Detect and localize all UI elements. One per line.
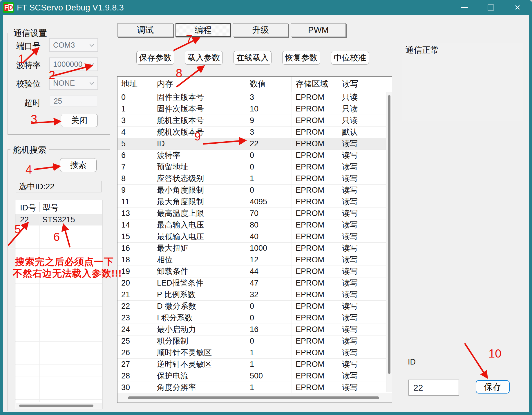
table-row[interactable]: 13最高温度上限70EPROM读写: [117, 208, 387, 219]
cell-area: EPROM: [292, 370, 338, 382]
comm-settings-title: 通信设置: [11, 28, 49, 39]
table-row[interactable]: 4舵机次版本号3EPROM默认: [117, 127, 387, 138]
annotation-number-10: 10: [488, 348, 502, 359]
baudrate-combobox[interactable]: 1000000: [49, 57, 98, 71]
cell-value: 12: [246, 254, 292, 266]
table-row[interactable]: 22D 微分系数0EPROM读写: [117, 301, 387, 312]
table-row[interactable]: 20LED报警条件47EPROM读写: [117, 277, 387, 289]
table-row[interactable]: 26顺时针不灵敏区1EPROM读写: [117, 347, 387, 359]
cell-rw: 读写: [338, 370, 387, 382]
cell-area: EPROM: [292, 196, 338, 208]
maximize-button[interactable]: [482, 0, 500, 15]
close-button[interactable]: ✕: [509, 0, 526, 15]
servo-id-cell: 22: [20, 215, 29, 224]
save-params-button[interactable]: 保存参数: [136, 51, 174, 65]
servo-list-header-id: ID号: [20, 202, 36, 213]
cell-name: 应答状态级别: [153, 173, 246, 184]
cell-rw: 读写: [338, 277, 387, 289]
port-combobox[interactable]: COM3: [49, 38, 98, 52]
parity-combobox[interactable]: NONE: [49, 76, 98, 90]
register-table-vscrollbar[interactable]: [386, 92, 392, 392]
table-row[interactable]: 28保护电流500EPROM读写: [117, 370, 387, 382]
cell-name: 最高输入电压: [153, 219, 246, 231]
cell-area: EPROM: [292, 359, 338, 370]
minimize-icon: [461, 7, 468, 8]
table-row[interactable]: 3舵机主版本号9EPROM只读: [117, 115, 387, 127]
register-table: 地址 内存 数值 存储区域 读写 0固件主版本号3EPROM只读1固件次版本号1…: [117, 76, 392, 403]
cell-addr: 11: [117, 196, 153, 208]
cell-addr: 15: [117, 231, 153, 242]
scrollbar-thumb[interactable]: [128, 396, 379, 399]
scrollbar-thumb[interactable]: [19, 405, 93, 407]
cell-addr: 27: [117, 359, 153, 370]
close-port-button[interactable]: 关闭: [61, 114, 98, 127]
table-row[interactable]: 27逆时针不灵敏区1EPROM读写: [117, 359, 387, 370]
cell-name: 逆时针不灵敏区: [153, 359, 246, 370]
cell-rw: 读写: [338, 196, 387, 208]
table-row[interactable]: 23I 积分系数0EPROM读写: [117, 312, 387, 324]
table-row[interactable]: 14最高输入电压80EPROM读写: [117, 219, 387, 231]
status-panel: 通信正常: [402, 43, 523, 121]
servo-list-hscrollbar[interactable]: [16, 403, 102, 409]
table-row[interactable]: 21P 比例系数32EPROM读写: [117, 289, 387, 301]
cell-name: 最低输入电压: [153, 231, 246, 242]
servo-list-row[interactable]: 22 STS3215: [15, 214, 102, 225]
table-row[interactable]: 19卸载条件44EPROM读写: [117, 266, 387, 277]
servo-list-empty-grid: [15, 225, 102, 402]
servo-search-title: 舵机搜索: [10, 144, 49, 156]
table-row[interactable]: 0固件主版本号3EPROM只读: [117, 92, 387, 103]
table-row[interactable]: 8应答状态级别1EPROM读写: [117, 173, 387, 185]
cell-area: EPROM: [292, 208, 338, 219]
cell-value: 70: [246, 208, 292, 219]
timeout-input[interactable]: 25: [50, 95, 97, 107]
cell-rw: 读写: [338, 347, 387, 358]
register-table-body: 0固件主版本号3EPROM只读1固件次版本号10EPROM只读3舵机主版本号9E…: [117, 92, 387, 394]
cell-addr: 19: [117, 266, 153, 277]
minimize-button[interactable]: [456, 0, 473, 15]
parity-value: NONE: [53, 79, 75, 87]
tab-debug[interactable]: 调试: [117, 23, 173, 37]
table-row[interactable]: 1固件次版本号10EPROM只读: [117, 103, 387, 115]
tab-program[interactable]: 编程: [175, 23, 231, 37]
table-row[interactable]: 15最低输入电压40EPROM读写: [117, 231, 387, 243]
cell-name: 顺时针不灵敏区: [153, 347, 246, 358]
cell-name: 舵机主版本号: [153, 115, 246, 126]
table-row[interactable]: 16最大扭矩1000EPROM读写: [117, 243, 387, 254]
table-row[interactable]: 25积分限制0EPROM读写: [117, 335, 387, 347]
restore-params-button[interactable]: 恢复参数: [282, 51, 320, 65]
table-row[interactable]: 9最小角度限制0EPROM读写: [117, 185, 387, 196]
cell-name: 卸载条件: [153, 266, 246, 277]
cell-value: 1: [246, 359, 292, 370]
online-load-button[interactable]: 在线载入: [234, 51, 272, 65]
cell-addr: 6: [117, 150, 153, 161]
selected-id-label: 选中ID:22: [16, 181, 102, 192]
cell-rw: 读写: [338, 266, 387, 277]
scrollbar-thumb[interactable]: [388, 95, 390, 374]
table-row[interactable]: 7预留地址0EPROM读写: [117, 161, 387, 173]
save-button[interactable]: 保存: [476, 380, 510, 394]
tab-pwm[interactable]: PWM: [291, 23, 346, 37]
table-row[interactable]: 11最大角度限制4095EPROM读写: [117, 196, 387, 208]
annotation-number-4: 4: [26, 164, 32, 175]
cell-rw: 读写: [338, 150, 387, 161]
search-button[interactable]: 搜索: [60, 158, 97, 172]
cell-addr: 1: [117, 103, 153, 115]
load-params-button[interactable]: 载入参数: [185, 51, 223, 65]
cell-rw: 读写: [338, 289, 387, 300]
table-row[interactable]: 6波特率0EPROM读写: [117, 150, 387, 161]
table-row[interactable]: 30角度分辨率1EPROM读写: [117, 382, 387, 394]
cell-name: I 积分系数: [153, 312, 246, 324]
id-input[interactable]: 22: [408, 380, 459, 396]
cell-addr: 25: [117, 335, 153, 347]
middle-calibration-button[interactable]: 中位校准: [331, 51, 369, 65]
table-row[interactable]: 18相位12EPROM读写: [117, 254, 387, 266]
header-readwrite: 读写: [338, 77, 387, 92]
cell-addr: 3: [117, 115, 153, 126]
table-row[interactable]: 5ID22EPROM读写: [117, 138, 387, 150]
cell-area: EPROM: [292, 254, 338, 266]
table-row[interactable]: 24最小启动力16EPROM读写: [117, 324, 387, 335]
tab-upgrade[interactable]: 升级: [233, 23, 288, 37]
cell-rw: 读写: [338, 173, 387, 184]
cell-value: 22: [246, 138, 292, 149]
register-table-hscrollbar[interactable]: [117, 393, 392, 403]
